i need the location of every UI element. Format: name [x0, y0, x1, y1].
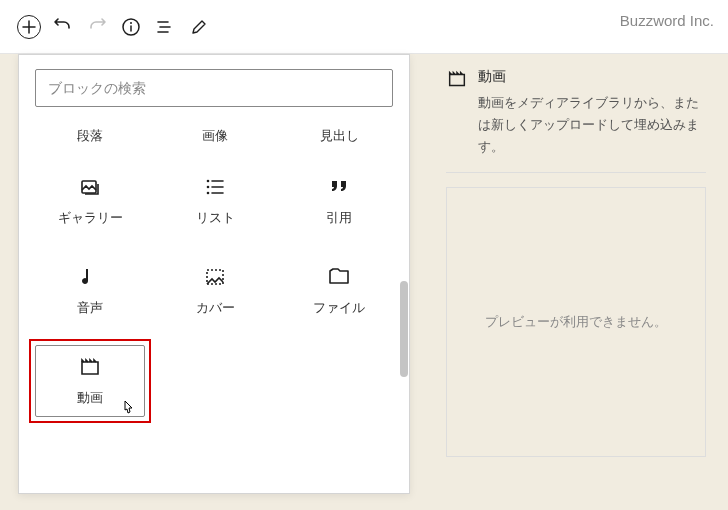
audio-icon	[78, 265, 102, 289]
block-list: 段落 画像 見出し ギャラリー リスト	[19, 115, 409, 493]
editor-toolbar: Buzzword Inc.	[0, 0, 728, 54]
block-video-selected-highlight: 動画	[29, 339, 151, 423]
block-inserter-popover: 段落 画像 見出し ギャラリー リスト	[18, 54, 410, 494]
undo-button[interactable]	[46, 10, 80, 44]
block-quote[interactable]: 引用	[279, 159, 399, 243]
block-list[interactable]: リスト	[155, 159, 275, 243]
quote-icon	[327, 175, 351, 199]
redo-icon	[87, 17, 107, 37]
cover-icon	[203, 265, 227, 289]
block-audio[interactable]: 音声	[29, 249, 151, 333]
list-icon	[203, 175, 227, 199]
block-info-title: 動画	[478, 68, 706, 86]
brand-label: Buzzword Inc.	[620, 12, 714, 29]
video-icon	[446, 68, 468, 90]
info-button[interactable]	[114, 10, 148, 44]
redo-button[interactable]	[80, 10, 114, 44]
pencil-icon	[190, 18, 208, 36]
search-input[interactable]	[35, 69, 393, 107]
block-gallery[interactable]: ギャラリー	[29, 159, 151, 243]
block-info-panel: 動画 動画をメディアライブラリから、または新しくアップロードして埋め込みます。 …	[430, 54, 722, 494]
video-icon	[78, 355, 102, 379]
edit-button[interactable]	[182, 10, 216, 44]
outline-icon	[155, 17, 175, 37]
divider	[446, 172, 706, 173]
scrollbar-thumb[interactable]	[400, 281, 408, 377]
gallery-icon	[78, 175, 102, 199]
block-file[interactable]: ファイル	[279, 249, 399, 333]
file-icon	[327, 265, 351, 289]
search-container	[19, 55, 409, 115]
undo-icon	[53, 17, 73, 37]
plus-icon	[22, 20, 36, 34]
block-info-description: 動画をメディアライブラリから、または新しくアップロードして埋め込みます。	[478, 92, 706, 158]
block-paragraph[interactable]: 段落	[29, 119, 151, 153]
preview-unavailable-label: プレビューが利用できません。	[485, 313, 667, 331]
add-block-button[interactable]	[17, 15, 41, 39]
block-heading[interactable]: 見出し	[279, 119, 399, 153]
block-cover[interactable]: カバー	[155, 249, 275, 333]
svg-point-1	[130, 22, 132, 24]
svg-point-4	[207, 186, 210, 189]
cursor-pointer-icon	[119, 399, 137, 419]
svg-point-5	[207, 192, 210, 195]
svg-point-3	[207, 180, 210, 183]
info-icon	[121, 17, 141, 37]
scrollbar[interactable]	[399, 115, 409, 493]
block-image[interactable]: 画像	[155, 119, 275, 153]
outline-button[interactable]	[148, 10, 182, 44]
block-preview-box: プレビューが利用できません。	[446, 187, 706, 457]
